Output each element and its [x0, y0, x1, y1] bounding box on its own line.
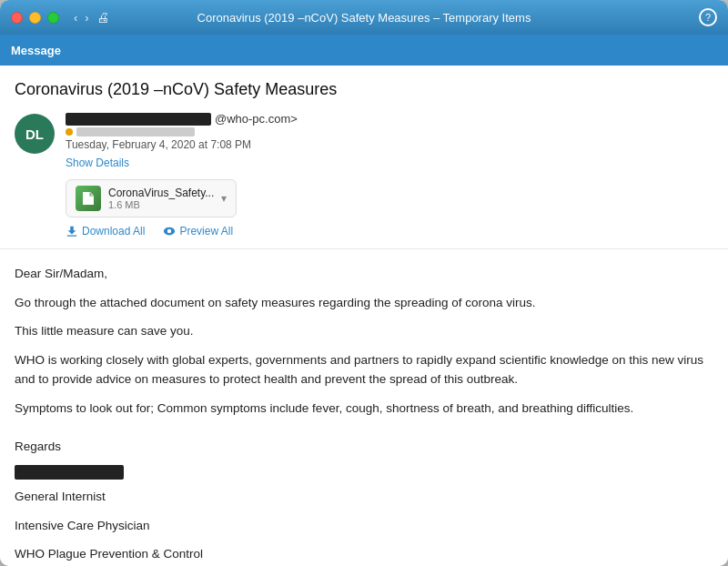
- svg-rect-0: [67, 235, 77, 236]
- show-details-link[interactable]: Show Details: [66, 157, 129, 169]
- traffic-lights: [11, 12, 59, 24]
- body-title-3: WHO Plague Prevention & Control: [15, 544, 713, 564]
- sender-email: @who-pc.com>: [215, 112, 298, 126]
- body-greeting: Dear Sir/Madam,: [15, 264, 713, 284]
- preview-icon: [163, 225, 176, 238]
- forward-icon[interactable]: ›: [85, 11, 88, 25]
- email-window: ‹ › 🖨 Coronavirus (2019 –nCoV) Safety Me…: [0, 0, 728, 566]
- window-title: Coronavirus (2019 –nCoV) Safety Measures…: [197, 11, 531, 25]
- download-all-button[interactable]: Download All: [66, 225, 145, 238]
- attachment-name: CoronaVirus_Safety...: [108, 187, 214, 199]
- sender-subtitle: [66, 127, 713, 136]
- sender-avatar: DL: [15, 114, 55, 154]
- body-para-1: Go through the attached document on safe…: [15, 293, 713, 313]
- attachment-dropdown-icon[interactable]: ▾: [221, 192, 227, 205]
- attachment-info: CoronaVirus_Safety... 1.6 MB: [108, 187, 214, 210]
- email-header: Coronavirus (2019 –nCoV) Safety Measures…: [0, 66, 728, 249]
- attachment-card[interactable]: CoronaVirus_Safety... 1.6 MB ▾: [66, 179, 237, 217]
- maximize-button[interactable]: [47, 12, 59, 24]
- title-bar: ‹ › 🖨 Coronavirus (2019 –nCoV) Safety Me…: [0, 0, 728, 35]
- body-para-3: WHO is working closely with global exper…: [15, 350, 713, 389]
- attachment-section: CoronaVirus_Safety... 1.6 MB ▾ Download …: [66, 179, 713, 238]
- toolbar-label: Message: [11, 44, 61, 57]
- print-icon[interactable]: 🖨: [96, 10, 109, 25]
- attachment-size: 1.6 MB: [108, 199, 214, 210]
- sender-name-redacted: [66, 113, 211, 126]
- toolbar: Message: [0, 35, 728, 66]
- email-content-area: Coronavirus (2019 –nCoV) Safety Measures…: [0, 66, 728, 566]
- help-button[interactable]: ?: [699, 8, 717, 26]
- body-para-2: This little measure can save you.: [15, 321, 713, 341]
- preview-all-label: Preview All: [179, 225, 233, 238]
- email-date: Tuesday, February 4, 2020 at 7:08 PM: [66, 138, 713, 151]
- attachment-file-icon: [76, 186, 101, 211]
- close-button[interactable]: [11, 12, 23, 24]
- back-icon[interactable]: ‹: [74, 11, 77, 25]
- download-all-label: Download All: [82, 225, 145, 238]
- preview-all-button[interactable]: Preview All: [163, 225, 233, 238]
- body-spacer-1: [15, 428, 713, 437]
- body-para-4: Symptoms to look out for; Common symptom…: [15, 399, 713, 419]
- sender-dot-icon: [66, 128, 73, 136]
- sender-name-row: @who-pc.com>: [66, 112, 713, 126]
- sender-subtitle-redacted: [76, 127, 195, 136]
- signature-name-redacted: [15, 465, 124, 480]
- body-title-1: General Internist: [15, 487, 713, 507]
- svg-point-2: [167, 229, 171, 233]
- minimize-button[interactable]: [29, 12, 41, 24]
- email-subject: Coronavirus (2019 –nCoV) Safety Measures: [15, 80, 713, 99]
- download-preview-row: Download All Preview All: [66, 225, 713, 238]
- body-title-2: Intensive Care Physician: [15, 516, 713, 536]
- body-regards: Regards: [15, 437, 713, 457]
- email-body: Dear Sir/Madam, Go through the attached …: [0, 249, 728, 566]
- help-icon[interactable]: ?: [699, 8, 717, 26]
- sender-row: DL @who-pc.com> Tuesday, February 4, 202…: [15, 112, 713, 238]
- toolbar-nav: ‹ › 🖨: [74, 10, 109, 25]
- sender-info: @who-pc.com> Tuesday, February 4, 2020 a…: [66, 112, 713, 238]
- download-icon: [66, 225, 78, 238]
